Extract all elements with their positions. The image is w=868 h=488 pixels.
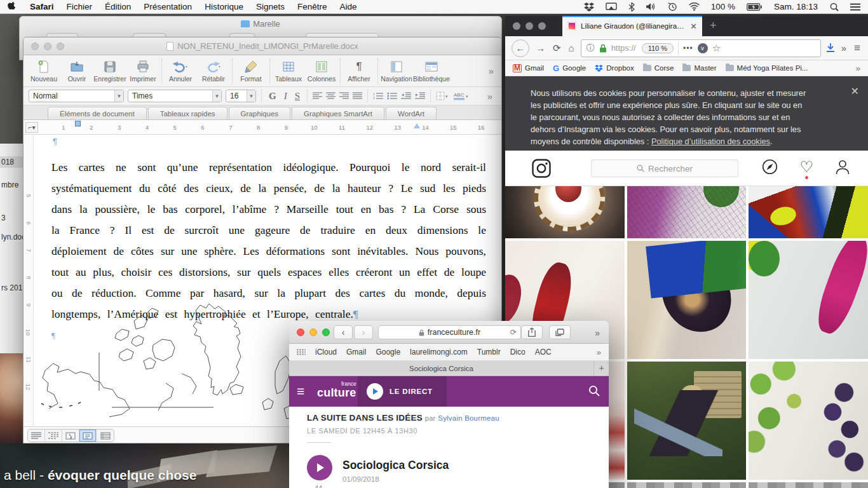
share-button[interactable] [521,325,543,339]
reload-icon[interactable]: ⟳ [510,328,517,337]
firefox-titlebar[interactable]: Liliane Giraudon (@lilianegiraudon ✕ + [505,16,868,36]
menu-edition[interactable]: Édition [98,0,137,14]
show-marks-button[interactable]: ¶ Afficher [342,56,376,86]
align-center-icon[interactable] [326,92,336,100]
video-frame[interactable]: a bell - évoquer quelque chose [0,444,289,488]
bookmark-dico[interactable]: Dico [510,348,526,356]
print-button[interactable]: Imprimer [126,56,159,86]
zoom-button[interactable] [538,22,546,30]
battery-percent[interactable]: 100 % [705,2,741,11]
bookmarks-overflow-chevron[interactable]: » [856,64,860,73]
bookmark-google[interactable]: Google [376,348,400,356]
cookie-policy-link[interactable]: Politique d’utilisation des cookies [651,137,770,146]
indent-marker-right[interactable] [414,123,420,128]
bluetooth-icon[interactable] [623,3,641,11]
file-item[interactable]: mbre [0,179,23,191]
photo-partial-row[interactable] [627,482,747,488]
columns-button[interactable]: Colonnes [305,56,338,86]
downloads-icon[interactable] [826,43,835,53]
close-button[interactable] [513,22,520,30]
tab-title[interactable]: Sociologica Corsica [289,365,593,372]
tab-graphiques[interactable]: Graphiques [229,107,290,119]
hamburger-menu-icon[interactable]: ≡ [297,385,304,398]
bookmark-dropbox[interactable]: Dropbox [595,64,634,72]
draft-view-icon[interactable] [28,430,45,442]
highlight-icon[interactable]: ABC▾ [454,92,470,100]
underline-button[interactable]: S [293,91,302,102]
file-item[interactable]: rs 201 [0,282,23,294]
instagram-search-input[interactable]: Rechercher [591,159,738,177]
bookmark-laurelimongi[interactable]: laurelimongi.com [410,348,468,356]
bookmark-aoc[interactable]: AOC [535,348,552,356]
tab-elements-de-document[interactable]: Éléments de document [48,107,147,119]
tab-tableaux-rapides[interactable]: Tableaux rapides [148,107,227,119]
font-select[interactable]: Times▼ [128,90,222,102]
undo-button[interactable]: Annuler [164,56,197,86]
menu-aide[interactable]: Aide [333,0,363,14]
time-machine-icon[interactable] [662,2,683,11]
spotlight-icon[interactable] [824,3,844,11]
wifi-icon[interactable] [683,3,705,11]
page-actions-icon[interactable]: ••• [683,44,693,53]
photo-man-in-deckchair[interactable] [627,362,747,480]
italic-button[interactable]: I [282,91,289,102]
minimize-button[interactable] [526,22,533,30]
bookmark-folder-master[interactable]: Master [682,64,716,72]
minimize-button[interactable] [309,329,317,336]
photo-dark-figure-painting[interactable] [627,241,747,359]
publishing-view-icon[interactable] [62,430,79,442]
bullet-list-icon[interactable] [387,92,397,100]
url-text[interactable]: https:// [611,43,636,53]
word-titlebar[interactable]: NON_RETENU_Inedit_LIMONGI_PrMarelle.docx [24,37,501,55]
photo-magenta-sock-sketch[interactable] [749,241,868,359]
tab-close-icon[interactable]: ✕ [690,22,697,31]
forward-button[interactable]: → [534,43,546,53]
align-right-icon[interactable] [339,92,349,100]
notification-center-icon[interactable] [844,3,868,11]
show-title[interactable]: LA SUITE DANS LES IDÉES par Sylvain Bour… [307,413,499,423]
bookmark-gmail[interactable]: MGmail [513,64,544,72]
photo-plate-with-peach[interactable] [505,186,625,238]
new-tab-button[interactable]: + [593,361,609,376]
photo-grape-vine[interactable] [749,362,868,480]
menu-clock[interactable]: Sam. 18:13 [768,2,824,11]
forward-button[interactable]: › [354,325,373,339]
indent-marker-left[interactable] [75,121,81,126]
bookmark-star-icon[interactable]: ☆ [712,43,721,54]
instagram-logo-icon[interactable] [532,159,551,178]
save-button[interactable]: Enregistrer [93,56,126,86]
show-author-link[interactable]: Sylvain Bourmeau [438,414,499,422]
file-item[interactable]: lyn.doc [0,231,23,243]
decrease-indent-icon[interactable] [401,92,411,100]
increase-indent-icon[interactable] [415,92,425,100]
explore-compass-icon[interactable] [762,159,778,175]
format-painter-button[interactable]: Format [234,56,268,86]
style-select[interactable]: Normal▼ [29,90,124,102]
numbered-list-icon[interactable]: 12 [373,92,383,100]
menu-app-name[interactable]: Safari [24,0,60,14]
borders-icon[interactable]: ▾ [436,92,450,100]
url-bar[interactable]: franceculture.fr ⟳ [378,325,521,339]
bookmark-icloud[interactable]: iCloud [315,348,337,356]
bookmark-tumblr[interactable]: Tumblr [477,348,501,356]
font-size-select[interactable]: 16▼ [226,90,256,102]
episode-title[interactable]: Sociologica Corsica [342,459,449,472]
url-bar[interactable]: ⓘ https:// 110 % ••• ∨ ☆ [581,39,821,57]
menu-historique[interactable]: Historique [198,0,250,14]
back-button[interactable]: ← [512,39,529,57]
tables-button[interactable]: Tableaux [272,56,305,86]
photo-purple-bird-sketch[interactable] [627,186,747,238]
safari-titlebar[interactable]: ‹ › franceculture.fr ⟳ » [289,321,609,344]
nav-overflow-chevron[interactable]: » [840,43,848,53]
new-tab-button[interactable]: + [710,19,717,32]
zoom-level-badge[interactable]: 110 % [642,43,674,53]
menu-signets[interactable]: Signets [250,0,291,14]
photo-color-blocks-painting[interactable] [749,186,868,238]
airplay-display-icon[interactable] [600,3,623,11]
frequently-visited-icon[interactable] [297,349,306,355]
file-item[interactable]: 3 [0,212,23,224]
notebook-view-icon[interactable] [97,430,114,442]
align-justify-icon[interactable] [353,92,362,100]
browser-tab[interactable]: Liliane Giraudon (@lilianegiraudon ✕ [562,16,702,36]
zoom-button[interactable] [322,329,330,336]
